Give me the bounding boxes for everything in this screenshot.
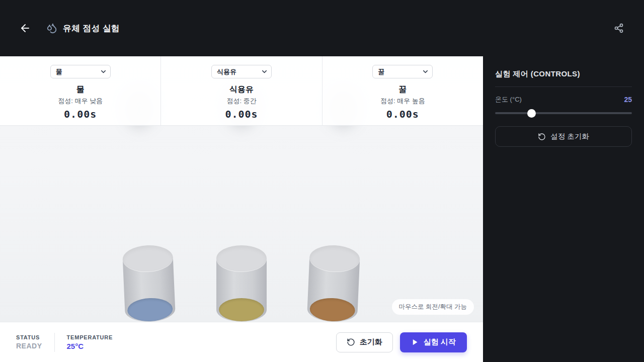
- play-icon: [411, 338, 419, 346]
- liquid-oil: [219, 298, 264, 321]
- divider: [54, 333, 55, 352]
- fluid-selector-strip: 물 물 점성: 매우 낮음 0.00s 식용유 식용유 점성: 중간 0.: [0, 56, 483, 126]
- fluid-viscosity-label: 점성: 매우 높음: [323, 97, 483, 106]
- droplets-icon: [46, 23, 57, 34]
- status-value: READY: [16, 342, 42, 350]
- fluid-column-oil: 식용유 식용유 점성: 중간 0.00s: [160, 56, 321, 125]
- fluid-timer: 0.00s: [0, 108, 160, 120]
- fluid-timer: 0.00s: [323, 108, 483, 120]
- back-button[interactable]: [15, 18, 35, 38]
- fluid-select-oil[interactable]: 식용유: [211, 65, 272, 78]
- fluid-viscosity-label: 점성: 중간: [161, 97, 321, 106]
- controls-panel-title: 실험 제어 (CONTROLS): [495, 69, 632, 87]
- controls-sidebar: 실험 제어 (CONTROLS) 온도 (°C) 25 설정 초기화: [483, 56, 644, 362]
- temperature-slider[interactable]: [495, 112, 632, 114]
- canvas-hint-tooltip: 마우스로 회전/확대 가능: [392, 299, 474, 315]
- temperature-value: 25°C: [67, 342, 113, 350]
- fluid-select-water[interactable]: 물: [50, 65, 111, 78]
- rotate-ccw-icon: [538, 133, 546, 141]
- fluid-column-water: 물 물 점성: 매우 낮음 0.00s: [0, 56, 160, 125]
- status-label: STATUS: [16, 334, 42, 340]
- cylinder-water[interactable]: [122, 244, 176, 323]
- cylinder-top-opening: [216, 245, 267, 272]
- fluid-name: 식용유: [161, 84, 321, 95]
- temperature-slider-label: 온도 (°C): [495, 95, 522, 104]
- temperature-label: TEMPERATURE: [67, 334, 113, 340]
- cylinder-oil[interactable]: [216, 245, 267, 322]
- fluid-select-honey[interactable]: 꿀: [372, 65, 433, 78]
- fluid-column-honey: 꿀 꿀 점성: 매우 높음 0.00s: [322, 56, 483, 125]
- status-block: STATUS READY: [16, 334, 42, 350]
- bottom-bar: STATUS READY TEMPERATURE 25°C 초기화 실험 시작: [0, 322, 483, 362]
- app-root: 유체 점성 실험 마우스로 회전/확대 가능: [0, 0, 644, 362]
- fluid-select-wrap: 꿀: [372, 65, 433, 78]
- temperature-block: TEMPERATURE 25°C: [67, 334, 113, 350]
- header: 유체 점성 실험: [0, 0, 644, 56]
- rotate-ccw-icon: [347, 338, 355, 346]
- fluid-viscosity-label: 점성: 매우 낮음: [0, 97, 160, 106]
- fluid-select-wrap: 식용유: [211, 65, 272, 78]
- action-buttons: 초기화 실험 시작: [336, 332, 467, 352]
- temperature-row: 온도 (°C) 25: [495, 95, 632, 104]
- cylinder-honey[interactable]: [307, 244, 361, 323]
- share-button[interactable]: [609, 18, 629, 38]
- page-title: 유체 점성 실험: [63, 23, 120, 34]
- reset-settings-button[interactable]: 설정 초기화: [495, 126, 632, 147]
- fluid-timer: 0.00s: [161, 108, 321, 120]
- reset-button-label: 초기화: [360, 337, 382, 347]
- start-button-label: 실험 시작: [424, 337, 456, 347]
- fluid-name: 물: [0, 84, 160, 95]
- fluid-select-wrap: 물: [50, 65, 111, 78]
- share-icon: [614, 23, 624, 33]
- arrow-left-icon: [19, 22, 31, 34]
- fluid-name: 꿀: [323, 84, 483, 95]
- start-experiment-button[interactable]: 실험 시작: [400, 332, 467, 352]
- reset-button[interactable]: 초기화: [336, 332, 393, 352]
- temperature-slider-value: 25: [624, 96, 632, 104]
- reset-settings-label: 설정 초기화: [550, 132, 589, 141]
